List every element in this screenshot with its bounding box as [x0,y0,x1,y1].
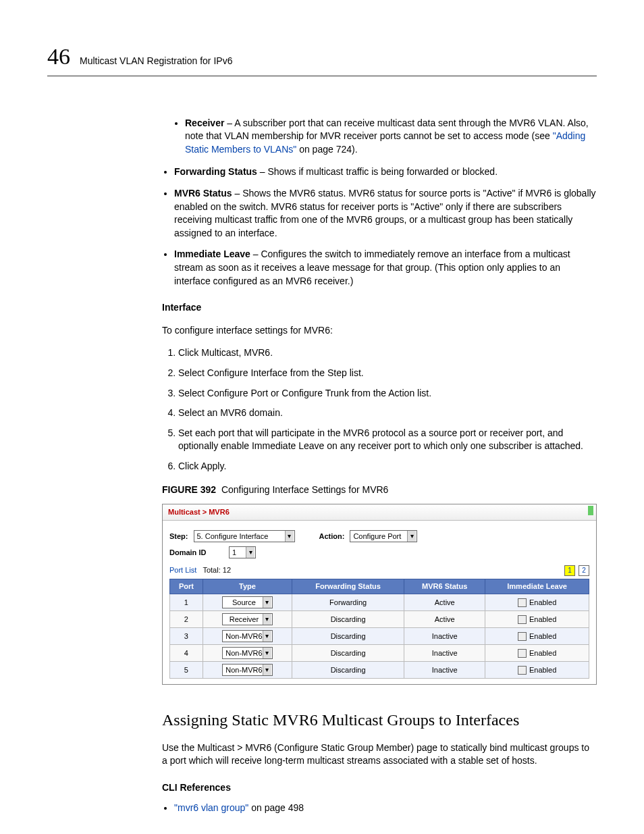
col-port: Port [170,579,203,594]
page-2[interactable]: 2 [579,565,589,576]
pager: 1 2 [563,565,589,576]
figure-caption: FIGURE 392 Configuring Interface Setting… [162,484,597,497]
cell-type: Source [203,594,292,611]
cli-item: "mvr6 vlan group" on page 498 [174,802,597,815]
shot-row-step: Step: 5. Configure Interface Action: Con… [169,530,589,542]
chapter-number: 46 [47,41,70,73]
col-mvr: MVR6 Status [404,579,485,594]
step-4: Select an MVR6 domain. [178,407,597,420]
step-label: Step: [169,531,188,542]
port-list-label: Port List [169,566,196,574]
domain-label: Domain ID [169,548,223,558]
il-checkbox[interactable] [518,666,527,675]
domain-select[interactable]: 1 [229,546,256,558]
table-row: 1 Source Forwarding Active Enabled [170,594,589,611]
type-select[interactable]: Source [222,596,273,608]
action-select[interactable]: Configure Port [350,530,417,542]
shot-breadcrumb: Multicast > MVR6 [163,504,596,521]
cell-mvr: Inactive [404,628,485,645]
cell-fs: Discarding [292,662,404,679]
type-select[interactable]: Non-MVR6 [222,664,273,676]
table-row: 3 Non-MVR6 Discarding Inactive Enabled [170,628,589,645]
cell-il: Enabled [485,611,589,628]
table-header-row: Port Type Forwarding Status MVR6 Status … [170,579,589,594]
cell-fs: Discarding [292,628,404,645]
il-checkbox[interactable] [518,649,527,658]
step-1: Click Multicast, MVR6. [178,346,597,360]
cell-mvr: Active [404,594,485,611]
cell-il: Enabled [485,628,589,645]
cell-fs: Discarding [292,645,404,662]
cell-port: 1 [170,594,203,611]
cell-port: 5 [170,662,203,679]
page-header: 46 Multicast VLAN Registration for IPv6 [47,41,597,76]
col-type: Type [203,579,292,594]
col-il: Immediate Leave [485,579,589,594]
screenshot: Multicast > MVR6 Step: 5. Configure Inte… [162,504,597,685]
il-checkbox[interactable] [518,615,527,624]
il-label: Enabled [529,598,556,606]
il-checkbox[interactable] [518,598,527,607]
cell-port: 3 [170,628,203,645]
section-para: Use the Multicast > MVR6 (Configure Stat… [162,741,597,768]
cell-type: Receiver [203,611,292,628]
main-bullets: Forwarding Status – Shows if multicast t… [162,165,597,288]
bullet-immediate-leave: Immediate Leave – Configures the switch … [174,248,597,288]
table-row: 2 Receiver Discarding Active Enabled [170,611,589,628]
type-select[interactable]: Non-MVR6 [222,630,273,642]
chapter-title: Multicast VLAN Registration for IPv6 [80,55,232,68]
cell-il: Enabled [485,662,589,679]
port-list-total: Total: 12 [203,566,231,574]
cell-type: Non-MVR6 [203,662,292,679]
il-label: Enabled [529,649,556,657]
type-select[interactable]: Non-MVR6 [222,647,273,659]
receiver-text-a: – A subscriber port that can receive mul… [185,118,589,142]
cell-fs: Forwarding [292,594,404,611]
step-5: Set each port that will participate in t… [178,427,597,453]
fs-text: – Shows if multicast traffic is being fo… [257,166,498,177]
content-body: Receiver – A subscriber port that can re… [162,117,597,815]
bullet-forwarding-status: Forwarding Status – Shows if multicast t… [174,165,597,179]
cli-text: on page 498 [248,802,304,813]
port-list-header: 1 2 Port List Total: 12 [169,565,589,575]
receiver-bullet: Receiver – A subscriber port that can re… [185,117,597,157]
cell-mvr: Inactive [404,645,485,662]
cell-fs: Discarding [292,611,404,628]
bullet-mvr6-status: MVR6 Status – Shows the MVR6 status. MVR… [174,187,597,240]
fs-label: Forwarding Status [174,166,257,177]
step-3: Select Configure Port or Configure Trunk… [178,387,597,400]
cell-type: Non-MVR6 [203,628,292,645]
cell-il: Enabled [485,645,589,662]
receiver-text-b: on page 724). [296,144,357,155]
il-checkbox[interactable] [518,632,527,641]
interface-steps: Click Multicast, MVR6. Select Configure … [162,346,597,473]
shot-row-domain: Domain ID 1 [169,546,589,558]
receiver-sublist: Receiver – A subscriber port that can re… [162,117,597,157]
cli-link[interactable]: "mvr6 vlan group" [174,802,248,813]
il-label: Enabled [529,632,556,640]
cli-heading: CLI References [162,781,597,795]
port-table: Port Type Forwarding Status MVR6 Status … [169,579,589,679]
il-label: Enabled [529,615,556,623]
col-fs: Forwarding Status [292,579,404,594]
table-row: 4 Non-MVR6 Discarding Inactive Enabled [170,645,589,662]
figure-text: Configuring Interface Settings for MVR6 [221,484,388,495]
mvr-label: MVR6 Status [174,188,232,199]
step-6: Click Apply. [178,460,597,473]
cell-mvr: Active [404,611,485,628]
action-label: Action: [319,531,345,542]
type-select[interactable]: Receiver [222,613,273,625]
cell-mvr: Inactive [404,662,485,679]
step-select[interactable]: 5. Configure Interface [194,530,295,542]
il-label: Enabled [529,666,556,674]
section-title: Assigning Static MVR6 Multicast Groups t… [162,709,597,732]
figure-label: FIGURE 392 [162,484,216,495]
page-1[interactable]: 1 [564,565,575,576]
cell-type: Non-MVR6 [203,645,292,662]
receiver-label: Receiver [185,118,224,128]
table-row: 5 Non-MVR6 Discarding Inactive Enabled [170,662,589,679]
cli-list: "mvr6 vlan group" on page 498 [162,802,597,815]
shot-body: Step: 5. Configure Interface Action: Con… [163,521,596,684]
step-2: Select Configure Interface from the Step… [178,367,597,380]
cell-port: 2 [170,611,203,628]
